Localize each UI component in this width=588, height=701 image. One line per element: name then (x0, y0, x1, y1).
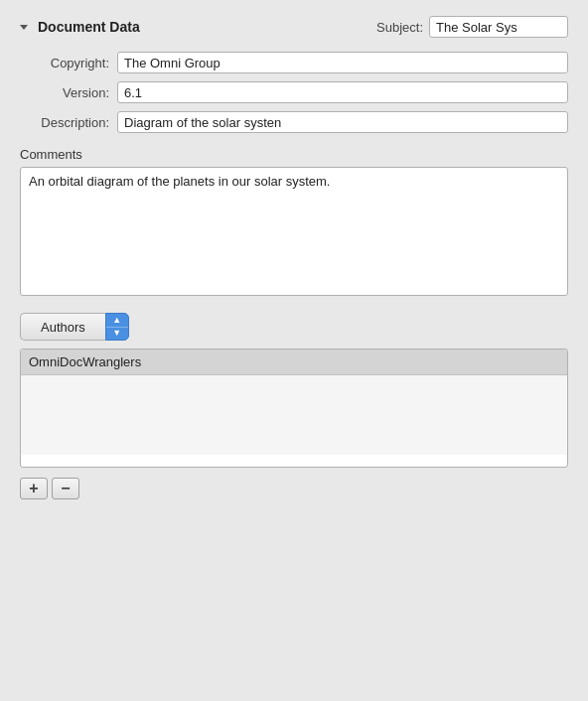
remove-button[interactable]: − (52, 478, 79, 499)
description-row: Description: (20, 111, 568, 133)
bottom-buttons: + − (20, 478, 568, 499)
copyright-row: Copyright: (20, 52, 568, 73)
authors-control-row: Authors ▲ ▼ (20, 313, 568, 341)
authors-button[interactable]: Authors (20, 313, 105, 341)
copyright-label: Copyright: (20, 56, 109, 70)
subject-area: Subject: (376, 16, 568, 38)
form-rows: Copyright: Version: Description: (20, 52, 568, 133)
version-label: Version: (20, 85, 109, 100)
collapse-triangle-icon[interactable] (20, 25, 28, 30)
version-input[interactable] (117, 81, 568, 103)
stepper-down-icon[interactable]: ▼ (106, 328, 128, 341)
comments-section: Comments An orbital diagram of the plane… (20, 147, 568, 299)
comments-label: Comments (20, 147, 568, 162)
add-button[interactable]: + (20, 478, 48, 499)
version-row: Version: (20, 81, 568, 103)
subject-input[interactable] (429, 16, 568, 38)
authors-section: Authors ▲ ▼ OmniDocWranglers (20, 313, 568, 468)
stepper-up-icon[interactable]: ▲ (106, 314, 128, 328)
description-label: Description: (20, 115, 109, 130)
copyright-input[interactable] (117, 52, 568, 73)
authors-list: OmniDocWranglers (20, 349, 568, 468)
authors-list-empty-area (21, 375, 567, 455)
list-item[interactable]: OmniDocWranglers (21, 350, 567, 375)
document-data-label: Document Data (38, 19, 140, 35)
subject-label: Subject: (376, 20, 423, 35)
comments-textarea[interactable]: An orbital diagram of the planets in our… (20, 167, 568, 296)
section-title: Document Data (20, 19, 140, 35)
description-input[interactable] (117, 111, 568, 133)
authors-stepper[interactable]: ▲ ▼ (105, 313, 129, 341)
